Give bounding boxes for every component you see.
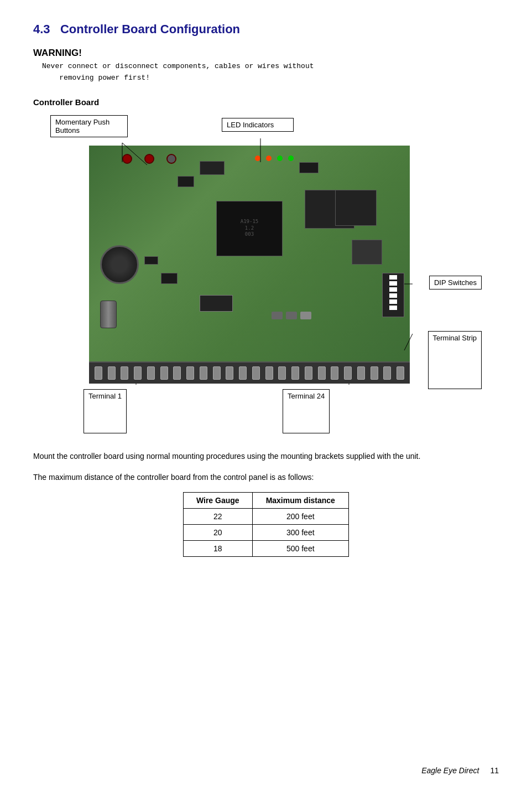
ic-chip-5 [200, 161, 225, 175]
table-row: 18500 feet [184, 541, 349, 557]
comp-2 [286, 312, 297, 319]
dip-switch-6 [389, 306, 397, 310]
footer-page-number: 11 [490, 766, 499, 775]
terminal-block-8 [186, 366, 194, 380]
page-footer: Eagle Eye Direct 11 [421, 766, 499, 775]
small-chip-1 [299, 162, 319, 173]
terminal-block-4 [134, 366, 142, 380]
terminal-block-11 [226, 366, 233, 380]
callout-terminal24: Terminal 24 [283, 389, 330, 433]
button-component-1 [122, 154, 132, 164]
small-chip-4 [161, 273, 178, 284]
section-title: 4.3 Controller Board Configuration [33, 22, 499, 37]
controller-board-label: Controller Board [33, 97, 499, 107]
capacitor [100, 301, 117, 328]
led-1 [255, 156, 260, 161]
terminal-block-16 [291, 366, 299, 380]
warning-title: WARNING! [33, 48, 499, 59]
section-heading: Controller Board Configuration [60, 22, 240, 36]
small-components-row [272, 312, 311, 319]
wire-gauge-table: Wire Gauge Maximum distance 22200 feet20… [183, 492, 349, 557]
warning-box: WARNING! Never connect or disconnect com… [33, 48, 499, 84]
led-2 [266, 156, 272, 161]
terminal-block-5 [147, 366, 155, 380]
dip-switches-component [382, 273, 404, 317]
terminal-block-2 [108, 366, 116, 380]
terminal-block-23 [383, 366, 391, 380]
dip-switch-4 [389, 293, 397, 298]
ic-chip-3 [335, 190, 377, 226]
small-chip-2 [178, 176, 194, 187]
led-4 [288, 156, 294, 161]
dip-switch-3 [389, 287, 397, 292]
terminal-block-15 [278, 366, 286, 380]
terminal-block-7 [173, 366, 181, 380]
warning-text: Never connect or disconnect components, … [42, 61, 499, 84]
terminal-block-14 [265, 366, 273, 380]
callout-dip: DIP Switches [429, 276, 482, 289]
large-round-component [100, 245, 139, 284]
terminal-block-12 [239, 366, 247, 380]
button-component-3 [166, 154, 176, 164]
section-number: 4.3 [33, 22, 50, 36]
terminal-block-22 [371, 366, 378, 380]
terminal-block-20 [344, 366, 352, 380]
table-header-gauge: Wire Gauge [184, 493, 253, 509]
led-3 [277, 156, 283, 161]
terminal-block-6 [160, 366, 168, 380]
callout-momentary: Momentary Push Buttons [50, 115, 128, 137]
comp-1 [272, 312, 283, 319]
dip-switch-2 [389, 281, 397, 286]
terminal-block-17 [305, 366, 312, 380]
table-row: 22200 feet [184, 509, 349, 525]
terminal-block-21 [357, 366, 365, 380]
footer-brand: Eagle Eye Direct [421, 766, 479, 775]
callout-terminal-strip: Terminal Strip [428, 331, 482, 389]
dip-switch-5 [389, 299, 397, 304]
terminal-strip-component [89, 361, 410, 384]
body-text-1: Mount the controller board using normal … [33, 450, 499, 462]
terminal-block-18 [318, 366, 326, 380]
terminal-block-10 [213, 366, 221, 380]
dip-switch-1 [389, 275, 397, 280]
button-component-2 [144, 154, 154, 164]
table-header-distance: Maximum distance [252, 493, 348, 509]
board-image: A19-151.2003 [89, 146, 410, 384]
body-text-2: The maximum distance of the controller b… [33, 471, 499, 483]
main-ic-chip: A19-151.2003 [216, 201, 283, 256]
terminal-block-13 [252, 366, 260, 380]
callout-led: LED Indicators [222, 118, 294, 132]
terminal-block-9 [200, 366, 207, 380]
callout-terminal1: Terminal 1 [84, 389, 127, 433]
table-row: 20300 feet [184, 525, 349, 541]
board-diagram: Momentary Push Buttons LED Indicators A1… [50, 112, 482, 433]
terminal-block-24 [397, 366, 404, 380]
terminal-block-1 [95, 366, 102, 380]
comp-3 [300, 312, 311, 319]
ic-chip-4 [352, 240, 382, 265]
connector [200, 295, 233, 312]
small-chip-3 [144, 256, 158, 265]
terminal-block-19 [331, 366, 338, 380]
terminal-block-3 [121, 366, 128, 380]
